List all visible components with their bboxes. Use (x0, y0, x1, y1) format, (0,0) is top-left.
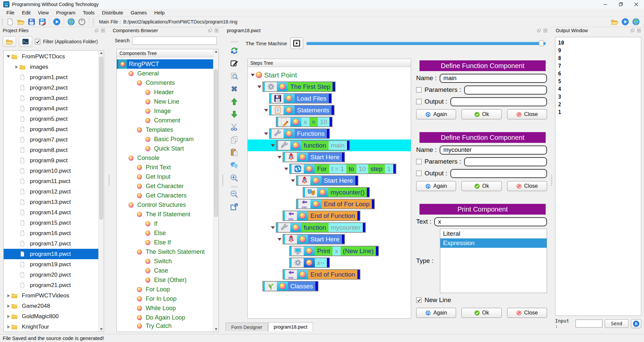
project-tree-item[interactable]: program4.pwct (4, 103, 104, 114)
component-tree-item[interactable]: For Loop (117, 285, 218, 294)
float-panel-button[interactable] (208, 28, 212, 33)
project-tree-item[interactable]: GoldMagic800 (4, 311, 104, 322)
project-tree-item[interactable]: FromPWCTDocs (4, 51, 104, 62)
step-row[interactable]: Classes (248, 280, 411, 292)
ok-button[interactable]: Ok (461, 308, 501, 318)
project-tree-item[interactable]: program18.pwct (4, 249, 104, 259)
float-panel-button[interactable] (630, 28, 635, 33)
step-block[interactable]: Functions (269, 128, 330, 139)
list-option[interactable]: Expression (440, 238, 547, 248)
step-expander[interactable] (283, 168, 289, 170)
comment-button[interactable] (228, 160, 240, 171)
scroll-up-icon[interactable] (213, 49, 218, 54)
step-block[interactable]: Load Files (269, 93, 332, 104)
project-tree-item[interactable]: program10.pwct (4, 166, 104, 176)
toolbar-grip[interactable] (92, 18, 94, 25)
close-panel-button[interactable] (637, 28, 641, 33)
project-tree-item[interactable]: program1.pwct (4, 72, 104, 82)
component-tree-item[interactable]: For In Loop (117, 294, 218, 303)
project-tree-item[interactable]: program20.pwct (4, 270, 104, 280)
step-row[interactable]: ENDEnd of For Loop (248, 198, 411, 210)
again-button[interactable]: Again (416, 109, 456, 119)
step-row[interactable]: Start Point (248, 69, 411, 81)
name-field[interactable] (440, 74, 547, 83)
step-row[interactable]: Start Here (248, 151, 411, 163)
toolbar-grip[interactable] (231, 41, 238, 43)
pause-button[interactable] (631, 319, 641, 328)
output-text-area[interactable]: 10987654321 (555, 37, 641, 316)
close-button[interactable]: Close (507, 308, 547, 318)
step-block[interactable]: Start Here (296, 175, 358, 186)
step-expander[interactable] (277, 156, 283, 159)
list-option[interactable]: Literal (440, 229, 547, 238)
step-row[interactable]: Fort = 1to10step1 (248, 163, 411, 175)
ok-button[interactable]: Ok (461, 181, 501, 191)
step-row[interactable]: ENDEnd of Function (248, 210, 411, 222)
component-tree-item[interactable]: Try Catch (117, 322, 218, 330)
component-tree-item[interactable]: Print Text (117, 163, 218, 172)
component-tree-item[interactable]: While Loop (117, 303, 218, 313)
project-tree-item[interactable]: program8.pwct (4, 145, 104, 155)
filter-checkbox[interactable] (35, 39, 40, 44)
component-tree-item[interactable]: Get Characters (117, 191, 218, 200)
project-tree-item[interactable]: program11.pwct (4, 176, 104, 186)
project-tree-item[interactable]: program13.pwct (4, 197, 104, 207)
step-block[interactable]: The First Step (262, 81, 336, 92)
float-panel-button[interactable] (537, 28, 541, 33)
paste-button[interactable] (228, 147, 240, 158)
step-expander[interactable] (256, 86, 262, 88)
close-button[interactable]: Close (507, 109, 547, 119)
component-tree-item[interactable]: The If Statement (117, 210, 218, 219)
step-row[interactable]: ENDEnd of Function (248, 269, 411, 280)
step-expander[interactable] (270, 144, 276, 147)
step-row[interactable]: Load Files (248, 93, 411, 104)
component-tree-item[interactable]: New Line (117, 97, 218, 106)
step-expander[interactable] (250, 74, 256, 76)
web-button[interactable] (631, 17, 641, 26)
delete-button[interactable] (228, 83, 240, 95)
step-block[interactable]: mycounter() (303, 187, 370, 197)
component-tree-item[interactable]: Console (117, 153, 218, 163)
step-row[interactable]: mycounter() (248, 186, 411, 198)
save-as-button[interactable] (37, 17, 48, 26)
output-field[interactable] (450, 97, 547, 106)
zoom-out-button[interactable] (228, 188, 240, 200)
panel-splitter[interactable] (221, 27, 224, 334)
scrollbar-thumb[interactable] (99, 57, 103, 220)
component-tree-item[interactable]: Do Again Loop (117, 313, 218, 322)
component-tree-item[interactable]: Get Character (117, 181, 218, 191)
component-tree-item[interactable]: Comment (117, 116, 218, 125)
refresh-button[interactable] (228, 45, 240, 56)
project-tree-item[interactable]: program14.pwct (4, 207, 104, 218)
open-folder-button[interactable] (15, 17, 26, 26)
cut-button[interactable] (228, 121, 240, 133)
component-tree-item[interactable]: Header (117, 88, 218, 97)
step-row[interactable]: Start Here (248, 175, 411, 186)
component-tree-item[interactable]: Templates (117, 125, 218, 134)
toolbar-grip[interactable] (1, 18, 3, 25)
component-tree-item[interactable]: Else If (117, 238, 218, 247)
component-tree-item[interactable]: Else (117, 228, 218, 238)
project-tree-item[interactable]: KnightTour (4, 322, 104, 332)
menu-distribute[interactable]: Distribute (98, 10, 127, 15)
menu-help[interactable]: Help (151, 10, 168, 15)
project-tree-item[interactable]: Game2048 (4, 301, 104, 311)
step-row[interactable]: Start Here (248, 233, 411, 245)
project-tree-item[interactable]: program17.pwct (4, 238, 104, 249)
maximize-button[interactable] (613, 0, 629, 9)
scroll-up-icon[interactable] (99, 51, 104, 55)
project-tree-item[interactable]: program9.pwct (4, 155, 104, 166)
component-tree-item[interactable]: If (117, 219, 218, 228)
close-button[interactable] (629, 0, 644, 9)
project-tree-item[interactable]: program12.pwct (4, 186, 104, 197)
menu-view[interactable]: View (34, 10, 52, 15)
step-row[interactable]: Statements (248, 104, 411, 116)
step-block[interactable]: functionmycounter (276, 222, 366, 233)
new-file-button[interactable] (5, 17, 15, 26)
step-expander[interactable] (270, 226, 276, 229)
step-expander[interactable] (290, 179, 296, 182)
name-field[interactable] (440, 146, 547, 155)
parameters-checkbox[interactable] (416, 159, 422, 164)
float-panel-button[interactable] (94, 28, 99, 33)
component-tree-item[interactable]: Else (Other) (117, 275, 218, 285)
